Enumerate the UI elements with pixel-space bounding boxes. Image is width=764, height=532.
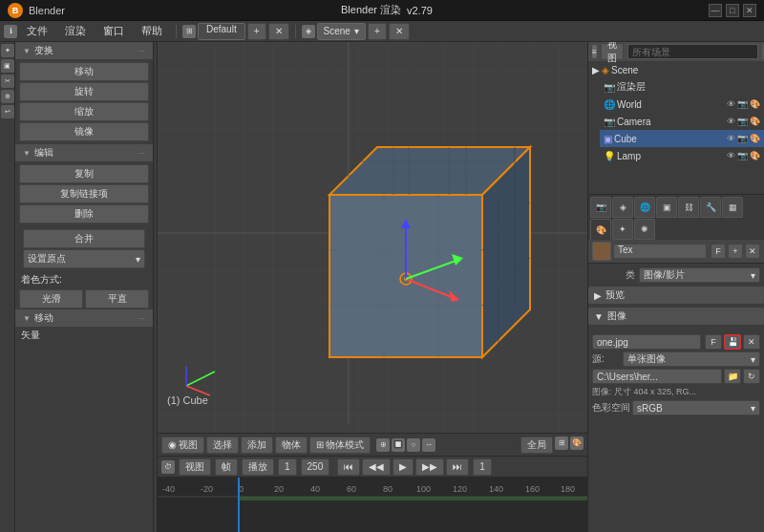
outliner-item-world[interactable]: 🌐 World 👁 📷 🎨 (600, 96, 764, 113)
play-begin-btn[interactable]: ⏮ (337, 458, 360, 476)
lamp-eye-icon[interactable]: 👁 (727, 151, 735, 160)
workspace-close-button[interactable]: ✕ (268, 23, 289, 40)
delete-button[interactable]: 删除 (19, 204, 149, 223)
timeline-start-input[interactable]: 1 (278, 458, 297, 476)
mode-selector[interactable]: ⊞ 物体模式 (309, 436, 371, 454)
tool-icon-4[interactable]: ⊕ (1, 90, 14, 103)
timeline-playback-btn[interactable]: 播放 (242, 458, 274, 476)
world-render-icon[interactable]: 🎨 (750, 99, 760, 109)
image-x-button[interactable]: ✕ (743, 334, 760, 350)
render-icon[interactable]: 🎨 (570, 436, 584, 450)
prop-tab-data[interactable]: ▦ (722, 197, 743, 218)
transform-section-header[interactable]: ▼ 变换 ··· (15, 42, 153, 59)
tex-f-button[interactable]: F (711, 244, 726, 259)
world-eye-icon[interactable]: 👁 (727, 99, 735, 109)
camera-cam-icon[interactable]: 📷 (737, 117, 748, 126)
next-frame-btn[interactable]: ▶▶ (415, 458, 444, 476)
pivot-icon[interactable]: ⊕ (376, 438, 390, 452)
object-menu-button[interactable]: 物体 (275, 436, 308, 454)
workspace-selector[interactable]: Default (198, 23, 245, 40)
timeline-frame-btn[interactable]: 帧 (215, 458, 238, 476)
cube-render-icon[interactable]: 🎨 (750, 134, 760, 143)
proportional-icon[interactable]: ○ (407, 438, 420, 452)
rotate-button[interactable]: 旋转 (19, 82, 149, 101)
tex-x-button[interactable]: ✕ (745, 244, 760, 259)
camera-eye-icon[interactable]: 👁 (727, 117, 735, 126)
scene-close-button[interactable]: ✕ (389, 23, 410, 40)
layers-icon[interactable]: ⊞ (555, 436, 568, 450)
image-save-button[interactable]: 💾 (724, 334, 741, 350)
menu-help[interactable]: 帮助 (134, 22, 170, 40)
workspace-add-button[interactable]: + (247, 23, 266, 40)
flat-button[interactable]: 平直 (85, 289, 149, 309)
transform-icon[interactable]: ↔ (422, 438, 435, 452)
timeline-canvas[interactable]: -40 -20 0 20 40 60 80 100 120 140 160 18… (158, 478, 587, 532)
prev-frame-btn[interactable]: ◀◀ (362, 458, 391, 476)
scene-add-button[interactable]: + (368, 23, 387, 40)
outliner-search-input[interactable] (627, 44, 758, 59)
scale-button[interactable]: 缩放 (19, 102, 149, 121)
current-frame-btn[interactable]: 1 (473, 458, 492, 476)
tool-icon-3[interactable]: ✂ (1, 74, 14, 88)
type-dropdown[interactable]: 图像/影片 ▾ (639, 267, 760, 283)
window-controls[interactable]: — □ ✕ (709, 4, 756, 17)
image-filename-value[interactable]: one.jpg (592, 334, 701, 350)
set-origin-dropdown[interactable]: 设置原点 ▾ (23, 249, 145, 268)
cube-eye-icon[interactable]: 👁 (727, 134, 735, 143)
outliner-item-cube[interactable]: ▣ Cube 👁 📷 🎨 (600, 130, 764, 147)
lamp-render-icon[interactable]: 🎨 (750, 151, 760, 160)
move-section-header[interactable]: ▼ 移动 ··· (15, 309, 153, 327)
close-button[interactable]: ✕ (743, 4, 756, 17)
prop-tab-render[interactable]: 📷 (590, 197, 611, 218)
image-section-header[interactable]: ▼ 图像 (588, 308, 764, 325)
prop-tab-scene[interactable]: ◈ (612, 197, 633, 218)
lamp-cam-icon[interactable]: 📷 (737, 151, 748, 160)
outliner-item-renderlayer[interactable]: 📷 渲染层 (600, 78, 764, 96)
colorspace-dropdown[interactable]: sRGB ▾ (632, 400, 760, 415)
smooth-button[interactable]: 光滑 (19, 289, 83, 309)
source-dropdown[interactable]: 单张图像 ▾ (623, 351, 760, 367)
play-end-btn[interactable]: ⏭ (446, 458, 469, 476)
prop-tab-object[interactable]: ▣ (656, 197, 677, 218)
camera-render-icon[interactable]: 🎨 (750, 117, 760, 126)
image-f-button[interactable]: F (705, 334, 722, 350)
edit-section-header[interactable]: ▼ 编辑 ··· (15, 144, 153, 161)
scene-selector[interactable]: Scene ▾ (317, 23, 366, 40)
prop-tab-texture[interactable]: ✦ (612, 219, 633, 240)
image-reload-button[interactable]: ↻ (743, 369, 760, 384)
prop-tab-constraints[interactable]: ⛓ (678, 197, 699, 218)
outliner-view-btn[interactable]: 视图 (601, 43, 624, 60)
image-path-value[interactable]: C:\Users\her... (592, 369, 722, 384)
timeline-view-btn[interactable]: 视图 (179, 458, 211, 476)
image-browse-button[interactable]: 📁 (724, 369, 741, 384)
menu-window[interactable]: 窗口 (96, 22, 132, 40)
world-cam-icon[interactable]: 📷 (737, 99, 748, 109)
add-button[interactable]: 添加 (241, 436, 273, 454)
maximize-button[interactable]: □ (726, 4, 739, 17)
timeline-icon[interactable]: ⏱ (161, 460, 175, 474)
minimize-button[interactable]: — (709, 4, 722, 17)
select-button[interactable]: 选择 (206, 436, 239, 454)
outliner-item-scene[interactable]: ▶ ◈ Scene (588, 61, 764, 78)
tool-icon-5[interactable]: ↩ (1, 105, 14, 118)
preview-section-header[interactable]: ▶ 预览 (588, 287, 764, 304)
menu-render[interactable]: 渲染 (57, 22, 94, 40)
prop-tab-particles[interactable]: ✺ (634, 219, 655, 240)
global-button[interactable]: 全局 (520, 436, 553, 454)
cube-cam-icon[interactable]: 📷 (737, 134, 748, 143)
tex-plus-button[interactable]: + (728, 244, 743, 259)
tool-icon-1[interactable]: ✦ (1, 44, 14, 57)
move-button[interactable]: 移动 (19, 62, 149, 81)
menu-file[interactable]: 文件 (19, 22, 55, 40)
view-button[interactable]: ◉ 视图 (161, 436, 204, 454)
outliner-item-lamp[interactable]: 💡 Lamp 👁 📷 🎨 (600, 147, 764, 164)
mirror-button[interactable]: 镜像 (19, 122, 149, 141)
play-btn[interactable]: ▶ (393, 458, 414, 476)
merge-button[interactable]: 合并 (23, 229, 145, 248)
prop-tab-material[interactable]: 🎨 (590, 219, 611, 240)
tool-icon-2[interactable]: ▣ (1, 59, 14, 73)
snap-icon[interactable]: 🔲 (392, 438, 405, 452)
viewport-canvas[interactable]: 用户视图（透视） (158, 42, 587, 433)
timeline-end-input[interactable]: 250 (301, 458, 330, 476)
prop-tab-world[interactable]: 🌐 (634, 197, 655, 218)
